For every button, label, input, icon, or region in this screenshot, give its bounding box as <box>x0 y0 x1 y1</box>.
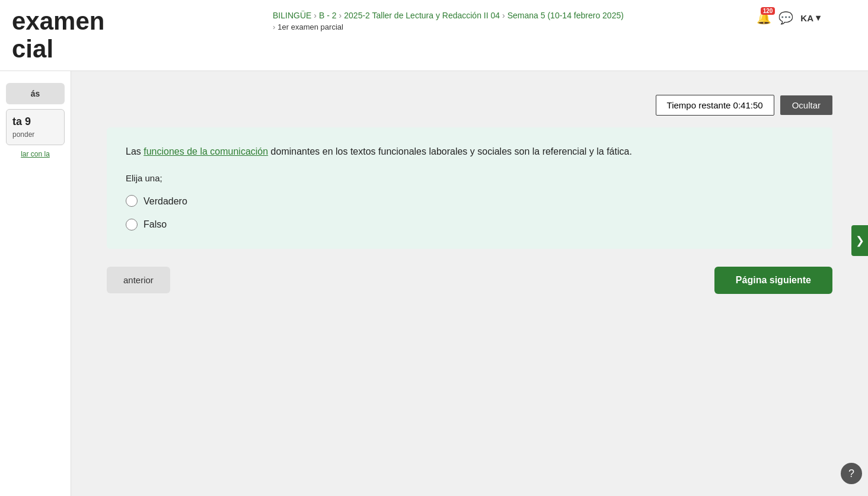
radio-verdadero[interactable] <box>126 195 138 207</box>
chat-button[interactable]: 💬 <box>778 11 793 25</box>
radio-falso[interactable] <box>126 219 138 231</box>
header: examen cial BILINGÜE › B - 2 › 2025-2 Ta… <box>0 0 868 71</box>
breadcrumb-row2: › 1er examen parcial <box>273 23 749 31</box>
title-line2: cial <box>12 36 104 63</box>
question-text-before: Las <box>126 146 143 156</box>
user-menu-button[interactable]: KA ▾ <box>800 12 821 23</box>
breadcrumb-sep-4: › <box>273 23 275 31</box>
breadcrumb: BILINGÜE › B - 2 › 2025-2 Taller de Lect… <box>273 11 749 20</box>
question-text-after: dominantes en los textos funcionales lab… <box>268 146 632 156</box>
breadcrumb-area: BILINGÜE › B - 2 › 2025-2 Taller de Lect… <box>273 11 749 31</box>
question-number-label: ta 9 <box>12 116 58 128</box>
title-line1: examen <box>12 8 104 35</box>
question-link[interactable]: funciones de la comunicación <box>143 146 268 156</box>
hide-timer-button[interactable]: Ocultar <box>780 95 832 115</box>
user-initials: KA <box>800 13 813 23</box>
flag-link[interactable]: lar con la <box>6 150 65 158</box>
sidebar: ás ta 9 ponder lar con la <box>0 71 71 496</box>
content-area: Tiempo restante 0:41:50 Ocultar Las func… <box>71 71 868 496</box>
notification-count: 120 <box>761 7 776 15</box>
breadcrumb-week[interactable]: Semana 5 (10-14 febrero 2025) <box>508 11 624 20</box>
help-button[interactable]: ? <box>841 463 862 484</box>
bottom-navigation: anterior Página siguiente <box>107 261 832 300</box>
right-sidebar-toggle[interactable]: ❯ <box>851 225 868 256</box>
breadcrumb-exam[interactable]: 1er examen parcial <box>277 23 343 31</box>
question-info-box: ta 9 ponder <box>6 109 65 145</box>
breadcrumb-course[interactable]: 2025-2 Taller de Lectura y Redacción II … <box>344 11 500 20</box>
choose-label: Elija una; <box>126 171 813 185</box>
previous-button[interactable]: anterior <box>107 267 170 293</box>
timer-display: Tiempo restante 0:41:50 <box>656 95 774 116</box>
timer-row: Tiempo restante 0:41:50 Ocultar <box>107 95 832 116</box>
option-verdadero-label: Verdadero <box>143 194 187 209</box>
notification-area: 🔔 120 <box>757 11 771 25</box>
question-card: Las funciones de la comunicación dominan… <box>107 127 832 249</box>
user-chevron: ▾ <box>816 12 821 23</box>
breadcrumb-sep-3: › <box>502 11 505 20</box>
question-text: Las funciones de la comunicación dominan… <box>126 144 813 159</box>
breadcrumb-b2[interactable]: B - 2 <box>319 11 337 20</box>
next-page-button[interactable]: Página siguiente <box>714 267 832 294</box>
option-verdadero[interactable]: Verdadero <box>126 194 813 209</box>
page-title: examen cial <box>12 8 104 62</box>
breadcrumb-sep-2: › <box>339 11 342 20</box>
breadcrumb-sep-1: › <box>314 11 317 20</box>
back-button[interactable]: ás <box>6 83 65 104</box>
breadcrumb-bilingue[interactable]: BILINGÜE <box>273 11 311 20</box>
question-respond-label: ponder <box>12 130 58 139</box>
option-falso[interactable]: Falso <box>126 217 813 232</box>
header-icons: 🔔 120 💬 KA ▾ <box>757 11 821 25</box>
option-falso-label: Falso <box>143 217 167 232</box>
main-layout: ás ta 9 ponder lar con la Tiempo restant… <box>0 71 868 496</box>
options-list: Verdadero Falso <box>126 194 813 232</box>
